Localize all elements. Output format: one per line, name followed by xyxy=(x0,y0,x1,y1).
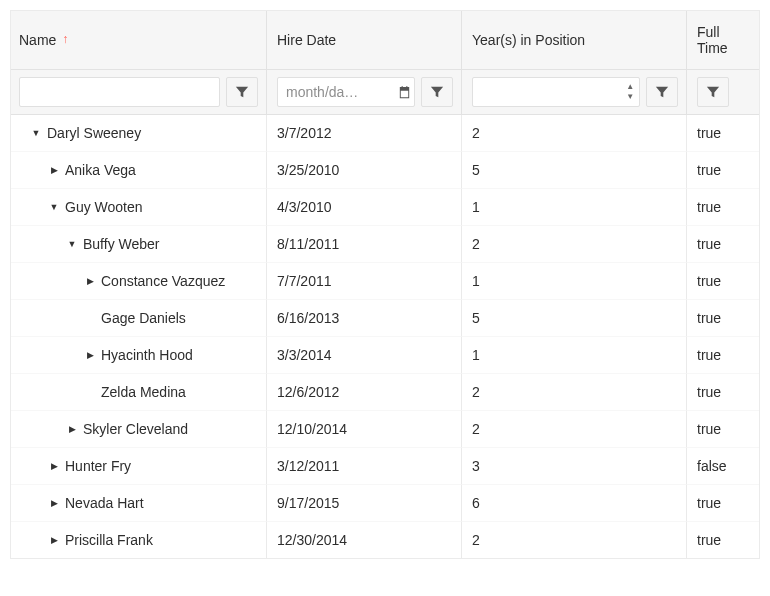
fulltime-filter-button[interactable] xyxy=(697,77,729,107)
expand-icon[interactable]: ▶ xyxy=(47,498,61,508)
hire-date-cell: 3/7/2012 xyxy=(266,115,461,151)
years-text: 2 xyxy=(472,384,480,400)
fulltime-cell: false xyxy=(686,447,759,484)
fulltime-text: true xyxy=(697,125,721,141)
years-spin-up[interactable]: ▲ xyxy=(626,82,634,92)
years-text: 2 xyxy=(472,236,480,252)
expand-icon[interactable]: ▶ xyxy=(47,165,61,175)
years-cell: 1 xyxy=(461,188,686,225)
name-filter-input[interactable] xyxy=(20,78,219,106)
name-cell: ▶Hunter Fry xyxy=(11,447,266,484)
hire-date-text: 7/7/2011 xyxy=(277,273,332,289)
name-text: Gage Daniels xyxy=(101,310,186,326)
hire-date-text: 6/16/2013 xyxy=(277,310,339,326)
hire-date-cell: 3/3/2014 xyxy=(266,336,461,373)
hire-date-text: 3/25/2010 xyxy=(277,162,339,178)
table-row: ▶Hunter Fry3/12/20113false xyxy=(11,447,759,484)
years-text: 1 xyxy=(472,199,480,215)
years-cell: 2 xyxy=(461,521,686,558)
hire-date-text: 12/30/2014 xyxy=(277,532,347,548)
years-cell: 1 xyxy=(461,262,686,299)
years-filter-input[interactable] xyxy=(473,78,621,106)
years-spin-down[interactable]: ▼ xyxy=(626,92,634,102)
hire-date-cell: 7/7/2011 xyxy=(266,262,461,299)
column-header-row: Name ↑ Hire Date Year(s) in Position Ful… xyxy=(11,11,759,70)
name-cell: ▼Daryl Sweeney xyxy=(11,115,266,151)
hire-date-cell: 8/11/2011 xyxy=(266,225,461,262)
years-text: 5 xyxy=(472,162,480,178)
name-cell: ▼Guy Wooten xyxy=(11,188,266,225)
hire-date-text: 3/7/2012 xyxy=(277,125,332,141)
table-row: Zelda Medina12/6/20122true xyxy=(11,373,759,410)
column-header-fulltime[interactable]: Full Time xyxy=(686,11,759,70)
years-cell: 5 xyxy=(461,151,686,188)
expand-icon[interactable]: ▶ xyxy=(47,535,61,545)
hire-date-text: 8/11/2011 xyxy=(277,236,339,252)
years-text: 6 xyxy=(472,495,480,511)
collapse-icon[interactable]: ▼ xyxy=(47,202,61,212)
expand-icon[interactable]: ▶ xyxy=(83,350,97,360)
years-text: 5 xyxy=(472,310,480,326)
fulltime-cell: true xyxy=(686,299,759,336)
expand-icon[interactable]: ▶ xyxy=(83,276,97,286)
filter-icon xyxy=(430,85,444,99)
fulltime-text: true xyxy=(697,495,721,511)
years-text: 3 xyxy=(472,458,480,474)
name-cell: ▶Priscilla Frank xyxy=(11,521,266,558)
name-cell: ▶Anika Vega xyxy=(11,151,266,188)
fulltime-text: true xyxy=(697,532,721,548)
table-row: ▼Daryl Sweeney3/7/20122true xyxy=(11,115,759,151)
fulltime-text: true xyxy=(697,162,721,178)
table-row: ▶Nevada Hart9/17/20156true xyxy=(11,484,759,521)
name-text: Buffy Weber xyxy=(83,236,160,252)
fulltime-cell: true xyxy=(686,225,759,262)
name-filter-input-wrap xyxy=(19,77,220,107)
treelist-body: ▼Daryl Sweeney3/7/20122true▶Anika Vega3/… xyxy=(11,115,759,558)
hire-date-text: 12/10/2014 xyxy=(277,421,347,437)
name-text: Anika Vega xyxy=(65,162,136,178)
column-header-hire-date-label: Hire Date xyxy=(277,32,336,48)
name-text: Zelda Medina xyxy=(101,384,186,400)
hire-date-text: 4/3/2010 xyxy=(277,199,332,215)
years-cell: 2 xyxy=(461,225,686,262)
expand-icon[interactable]: ▶ xyxy=(65,424,79,434)
name-filter-button[interactable] xyxy=(226,77,258,107)
hire-date-cell: 6/16/2013 xyxy=(266,299,461,336)
name-text: Skyler Cleveland xyxy=(83,421,188,437)
column-header-fulltime-label: Full Time xyxy=(697,24,747,56)
fulltime-cell: true xyxy=(686,188,759,225)
column-header-years[interactable]: Year(s) in Position xyxy=(461,11,686,70)
name-text: Hyacinth Hood xyxy=(101,347,193,363)
name-text: Priscilla Frank xyxy=(65,532,153,548)
column-header-name[interactable]: Name ↑ xyxy=(11,11,266,70)
name-cell: ▶Constance Vazquez xyxy=(11,262,266,299)
sort-ascending-icon: ↑ xyxy=(62,33,68,45)
years-filter-button[interactable] xyxy=(646,77,678,107)
collapse-icon[interactable]: ▼ xyxy=(65,239,79,249)
hire-date-cell: 3/12/2011 xyxy=(266,447,461,484)
column-header-hire-date[interactable]: Hire Date xyxy=(266,11,461,70)
hire-date-cell: 12/10/2014 xyxy=(266,410,461,447)
name-cell: Zelda Medina xyxy=(11,373,266,410)
years-cell: 6 xyxy=(461,484,686,521)
hire-date-filter-input[interactable] xyxy=(278,78,395,106)
column-header-name-label: Name xyxy=(19,32,56,48)
fulltime-cell: true xyxy=(686,373,759,410)
hire-date-calendar-button[interactable] xyxy=(395,78,414,106)
name-text: Daryl Sweeney xyxy=(47,125,141,141)
calendar-icon xyxy=(397,85,412,100)
hire-date-cell: 12/6/2012 xyxy=(266,373,461,410)
collapse-icon[interactable]: ▼ xyxy=(29,128,43,138)
table-row: ▶Constance Vazquez7/7/20111true xyxy=(11,262,759,299)
hire-date-text: 3/12/2011 xyxy=(277,458,339,474)
years-text: 1 xyxy=(472,273,480,289)
years-text: 2 xyxy=(472,125,480,141)
expand-icon[interactable]: ▶ xyxy=(47,461,61,471)
hire-date-filter-button[interactable] xyxy=(421,77,453,107)
table-row: ▶Priscilla Frank12/30/20142true xyxy=(11,521,759,558)
hire-date-cell: 4/3/2010 xyxy=(266,188,461,225)
years-spin-buttons: ▲ ▼ xyxy=(621,78,639,106)
years-cell: 5 xyxy=(461,299,686,336)
fulltime-cell: true xyxy=(686,521,759,558)
years-text: 2 xyxy=(472,532,480,548)
